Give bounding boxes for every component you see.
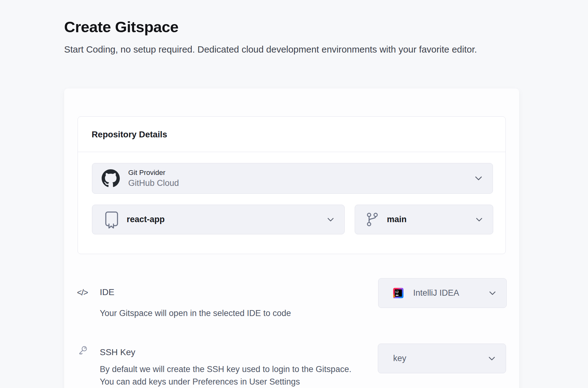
git-provider-label: Git Provider [128,169,179,177]
ide-label: IDE [100,287,114,297]
repository-details-card: Repository Details Git Provider GitHub C… [78,116,506,254]
repo-book-icon [105,211,119,228]
ssh-key-description-line2: You can add keys under Preferences in Us… [100,375,351,388]
intellij-idea-icon: IJ [393,288,403,298]
git-provider-value: GitHub Cloud [128,178,179,188]
key-icon [77,345,88,357]
repository-select[interactable]: react-app [92,205,345,234]
ssh-key-label: SSH Key [100,347,135,357]
intellij-logo-text: IJ [396,290,399,294]
chevron-down-icon [489,291,496,295]
branch-value: main [387,215,407,224]
ssh-key-select[interactable]: key [378,344,506,373]
repository-details-title: Repository Details [92,130,167,140]
ide-selected-value: IntelliJ IDEA [413,288,459,298]
page-title: Create Gitspace [64,18,179,36]
chevron-down-icon [489,357,495,360]
repository-value: react-app [127,215,165,224]
chevron-down-icon [327,218,334,222]
code-icon: </> [77,288,88,298]
github-icon [102,169,120,187]
repository-details-header: Repository Details [78,117,505,152]
branch-select[interactable]: main [355,205,493,234]
git-provider-select[interactable]: Git Provider GitHub Cloud [92,163,493,194]
page-subtitle: Start Coding, no setup required. Dedicat… [64,43,524,56]
ssh-key-description: By default we will create the SSH key us… [100,363,351,388]
git-branch-icon [366,212,379,227]
chevron-down-icon [476,218,482,222]
ide-select[interactable]: IJ IntelliJ IDEA [378,278,507,308]
ssh-key-description-line1: By default we will create the SSH key us… [100,363,351,375]
chevron-down-icon [475,176,482,181]
ide-description: Your Gitspace will open in the selected … [100,309,291,318]
ssh-key-selected-value: key [393,354,406,363]
